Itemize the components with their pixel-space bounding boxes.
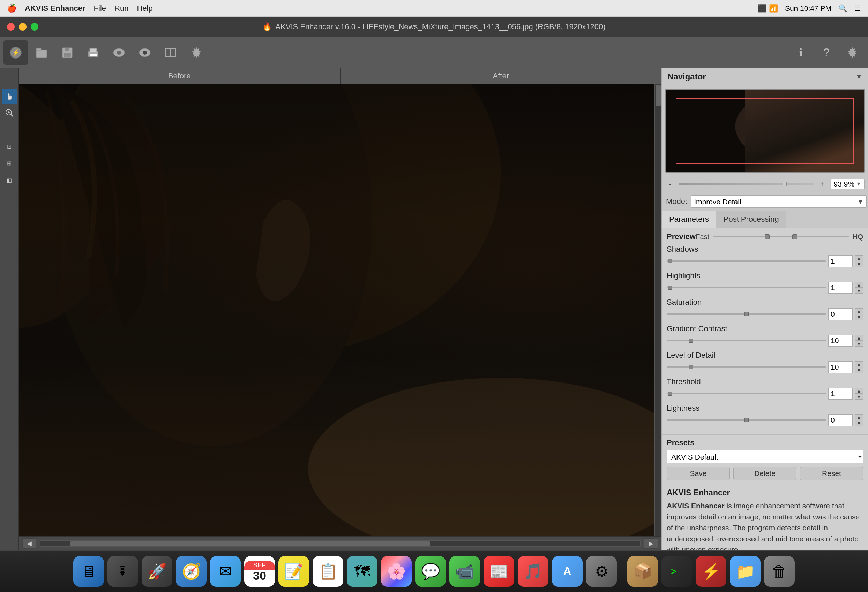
dock-messages[interactable]: 💬 (415, 556, 446, 587)
gradient-contrast-down[interactable]: ▼ (855, 341, 863, 346)
highlights-spinner[interactable]: ▲ ▼ (855, 282, 863, 293)
dock-stack[interactable]: 📦 (627, 556, 658, 587)
presets-select[interactable]: AKVIS Default (667, 450, 863, 463)
dock-notes[interactable]: 📝 (278, 556, 309, 587)
saturation-thumb[interactable] (744, 312, 749, 316)
h-scrollbar[interactable] (40, 540, 641, 547)
level-of-detail-down[interactable]: ▼ (855, 367, 863, 373)
shadows-up[interactable]: ▲ (855, 255, 863, 261)
canvas-main[interactable] (19, 84, 661, 536)
print-btn[interactable] (81, 40, 105, 65)
threshold-thumb[interactable] (668, 392, 672, 396)
highlights-up[interactable]: ▲ (855, 282, 863, 288)
before-tab[interactable]: Before (19, 68, 341, 84)
canvas-image[interactable] (19, 84, 661, 536)
preview-thumb2[interactable] (792, 234, 797, 239)
vertical-scrollbar[interactable] (654, 84, 661, 536)
fit-tool-btn[interactable]: ⊡ (2, 139, 17, 154)
dock-safari[interactable]: 🧭 (176, 556, 207, 587)
extras-btn[interactable]: ◧ (2, 172, 17, 188)
gradient-contrast-slider[interactable] (667, 340, 826, 341)
mode-select[interactable]: Improve Detail (691, 195, 867, 208)
help-menu[interactable]: Help (137, 4, 152, 13)
dock-facetime[interactable]: 📹 (449, 556, 480, 587)
save-preset-btn[interactable]: Save (667, 467, 730, 480)
dock-trash[interactable]: 🗑 (764, 556, 795, 587)
level-of-detail-slider[interactable] (667, 367, 826, 368)
crop-tool-btn[interactable] (2, 72, 17, 87)
dock-sysprefs[interactable]: ⚙ (586, 556, 617, 587)
app-name-menu[interactable]: AKVIS Enhancer (25, 4, 86, 13)
threshold-slider[interactable] (667, 393, 826, 394)
dock-appstore[interactable]: A (552, 556, 583, 587)
zoom-dropdown-arrow[interactable]: ▼ (856, 181, 861, 187)
hand-tool-btn[interactable] (2, 88, 17, 104)
lightness-down[interactable]: ▼ (855, 420, 863, 426)
threshold-spinner[interactable]: ▲ ▼ (855, 388, 863, 399)
after-view-btn[interactable] (133, 40, 157, 65)
shadows-slider[interactable] (667, 261, 826, 262)
prefs-btn-toolbar[interactable] (840, 40, 865, 65)
zoom-tool-btn[interactable] (2, 105, 17, 121)
dock-maps[interactable]: 🗺 (347, 556, 378, 587)
save-btn[interactable] (55, 40, 80, 65)
highlights-thumb[interactable] (668, 286, 672, 290)
scroll-left-btn[interactable]: ◀ (22, 538, 36, 549)
dock-news[interactable]: 📰 (484, 556, 514, 587)
gradient-contrast-up[interactable]: ▲ (855, 335, 863, 341)
v-scroll-thumb[interactable] (656, 85, 661, 106)
search-icon[interactable]: 🔍 (838, 4, 847, 13)
dock-photos[interactable]: 🌸 (381, 556, 412, 587)
dock-reminders[interactable]: 📋 (313, 556, 343, 587)
navigator-collapse-btn[interactable]: ▼ (855, 73, 862, 81)
delete-preset-btn[interactable]: Delete (733, 467, 797, 480)
lightness-slider[interactable] (667, 420, 826, 421)
minimize-button[interactable] (19, 23, 27, 31)
shadows-thumb[interactable] (668, 259, 672, 263)
saturation-down[interactable]: ▼ (855, 314, 863, 320)
scroll-right-btn[interactable]: ▶ (644, 538, 658, 549)
before-view-btn[interactable] (107, 40, 131, 65)
shadows-spinner[interactable]: ▲ ▼ (855, 255, 863, 267)
lightness-thumb[interactable] (744, 418, 749, 422)
zoom-in-btn[interactable]: + (818, 179, 827, 189)
highlights-down[interactable]: ▼ (855, 288, 863, 293)
run-menu[interactable]: Run (114, 4, 128, 13)
saturation-up[interactable]: ▲ (855, 308, 863, 314)
gradient-contrast-spinner[interactable]: ▲ ▼ (855, 335, 863, 346)
nav-viewport-box[interactable] (676, 98, 854, 164)
saturation-slider[interactable] (667, 314, 826, 315)
tab-post-processing[interactable]: Post Processing (716, 211, 786, 228)
apple-menu[interactable]: 🍎 (7, 4, 16, 13)
highlights-slider[interactable] (667, 287, 826, 288)
lightness-spinner[interactable]: ▲ ▼ (855, 414, 863, 426)
dock-siri[interactable]: 🎙 (108, 556, 138, 587)
control-center-icon[interactable]: ☰ (855, 4, 861, 13)
info-btn-toolbar[interactable]: ℹ (788, 40, 813, 65)
after-tab[interactable]: After (341, 68, 662, 84)
zoom-slider-thumb[interactable] (782, 182, 787, 186)
gradient-contrast-thumb[interactable] (689, 339, 693, 343)
close-button[interactable] (7, 23, 15, 31)
open-btn[interactable] (29, 40, 54, 65)
shadows-down[interactable]: ▼ (855, 261, 863, 267)
enhance-tool-btn[interactable]: ⚡ (3, 40, 28, 65)
reset-preset-btn[interactable]: Reset (800, 467, 863, 480)
file-menu[interactable]: File (94, 4, 106, 13)
dock-akvis[interactable]: ⚡ (696, 556, 726, 587)
preview-thumb1[interactable] (765, 234, 770, 239)
level-of-detail-spinner[interactable]: ▲ ▼ (855, 361, 863, 373)
level-of-detail-thumb[interactable] (689, 365, 693, 369)
threshold-down[interactable]: ▼ (855, 394, 863, 399)
saturation-spinner[interactable]: ▲ ▼ (855, 308, 863, 320)
zoom-out-btn[interactable]: - (665, 179, 675, 189)
help-btn-toolbar[interactable]: ? (814, 40, 839, 65)
tab-parameters[interactable]: Parameters (662, 211, 716, 228)
dock-music[interactable]: 🎵 (518, 556, 548, 587)
maximize-button[interactable] (31, 23, 38, 31)
lightness-up[interactable]: ▲ (855, 414, 863, 420)
compare-btn[interactable] (158, 40, 183, 65)
nav-image[interactable] (665, 89, 865, 172)
settings-btn[interactable] (184, 40, 209, 65)
level-of-detail-up[interactable]: ▲ (855, 361, 863, 367)
